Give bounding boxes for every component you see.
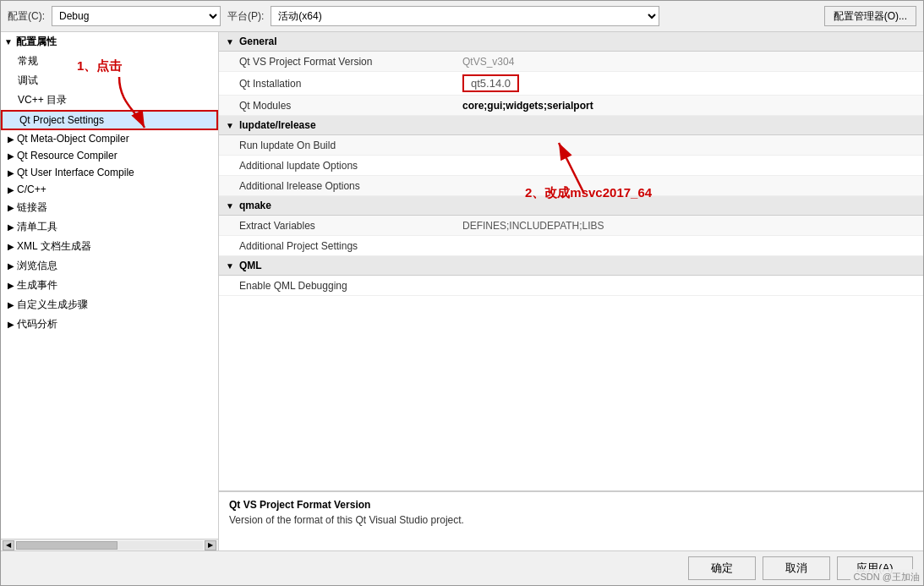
- properties-area: ▼ General Qt VS Project Format Version Q…: [219, 32, 923, 491]
- tree-group-cpp-arrow: ▶: [8, 185, 14, 194]
- section-qml-arrow: ▼: [226, 261, 234, 271]
- horizontal-scrollbar[interactable]: ◀ ▶: [1, 539, 218, 550]
- section-lupdate-arrow: ▼: [226, 121, 234, 130]
- tree-item-qt-project-settings[interactable]: Qt Project Settings: [1, 110, 218, 130]
- tree-group-custom-build-label: 自定义生成步骤: [17, 298, 88, 312]
- tree-group-xml[interactable]: ▶ XML 文档生成器: [1, 237, 218, 256]
- prop-value-qt-modules: core;gui;widgets;serialport: [456, 100, 923, 112]
- tree-group-code-analysis-label: 代码分析: [17, 317, 57, 331]
- main-content: ▼ 配置属性 常规 调试 VC++ 目录 Qt Project Settings…: [1, 32, 923, 550]
- tree-group-browser-arrow: ▶: [8, 261, 14, 271]
- prop-name-extract-vars: Extract Variables: [219, 220, 456, 232]
- tree-group-qt-ui[interactable]: ▶ Qt User Interface Compile: [1, 164, 218, 181]
- prop-row-additional-lupdate: Additional lupdate Options: [219, 156, 923, 176]
- prop-name-additional-lrelease: Additional lrelease Options: [219, 180, 456, 192]
- tree-group-qt-meta-arrow: ▶: [8, 134, 14, 144]
- prop-row-additional-lrelease: Additional lrelease Options: [219, 176, 923, 196]
- tree-group-cpp-label: C/C++: [17, 183, 46, 195]
- tree-group-linker-arrow: ▶: [8, 203, 14, 212]
- button-bar: 确定 取消 应用(A): [1, 550, 923, 585]
- tree-group-custom-build-arrow: ▶: [8, 300, 14, 309]
- tree-group-linker[interactable]: ▶ 链接器: [1, 198, 218, 217]
- tree-group-qt-meta[interactable]: ▶ Qt Meta-Object Compiler: [1, 130, 218, 147]
- description-text: Version of the format of this Qt Visual …: [229, 514, 913, 526]
- tree-group-build-events-label: 生成事件: [17, 278, 57, 293]
- empty-space: [219, 296, 923, 465]
- tree-group-build-events[interactable]: ▶ 生成事件: [1, 276, 218, 295]
- tree-group-browser-label: 浏览信息: [17, 259, 57, 273]
- tree-root[interactable]: ▼ 配置属性: [1, 32, 218, 52]
- prop-value-extract-vars: DEFINES;INCLUDEPATH;LIBS: [456, 220, 923, 232]
- tree-group-xml-arrow: ▶: [8, 242, 14, 251]
- scroll-track[interactable]: [16, 541, 203, 550]
- prop-value-format-version: QtVS_v304: [456, 56, 923, 68]
- section-qml[interactable]: ▼ QML: [219, 256, 923, 276]
- scroll-left-btn[interactable]: ◀: [3, 540, 14, 550]
- tree-group-code-analysis-arrow: ▶: [8, 320, 14, 329]
- prop-row-qt-modules: Qt Modules core;gui;widgets;serialport: [219, 96, 923, 116]
- section-general-label: General: [239, 36, 277, 47]
- scroll-thumb[interactable]: [16, 541, 118, 550]
- prop-row-format-version: Qt VS Project Format Version QtVS_v304: [219, 52, 923, 72]
- prop-name-run-lupdate: Run lupdate On Build: [219, 140, 456, 151]
- tree-group-manifest-arrow: ▶: [8, 222, 14, 232]
- config-label: 配置(C):: [8, 9, 45, 24]
- section-qmake-label: qmake: [239, 200, 271, 211]
- tree-group-build-events-arrow: ▶: [8, 281, 14, 290]
- tree-item-debug[interactable]: 调试: [1, 71, 218, 90]
- prop-name-additional-lupdate: Additional lupdate Options: [219, 160, 456, 172]
- section-qmake-arrow: ▼: [226, 201, 234, 211]
- tree-item-general[interactable]: 常规: [1, 52, 218, 71]
- prop-row-extract-vars: Extract Variables DEFINES;INCLUDEPATH;LI…: [219, 216, 923, 236]
- prop-row-qml-debug: Enable QML Debugging: [219, 276, 923, 296]
- cancel-button[interactable]: 取消: [763, 556, 830, 580]
- tree-group-browser[interactable]: ▶ 浏览信息: [1, 256, 218, 276]
- tree-group-manifest[interactable]: ▶ 清单工具: [1, 217, 218, 237]
- tree-group-qt-meta-label: Qt Meta-Object Compiler: [17, 133, 129, 145]
- prop-name-qml-debug: Enable QML Debugging: [219, 280, 456, 292]
- scroll-right-btn[interactable]: ▶: [205, 540, 216, 550]
- tree-group-qt-resource[interactable]: ▶ Qt Resource Compiler: [1, 147, 218, 164]
- section-general-arrow: ▼: [226, 37, 234, 47]
- tree-group-qt-resource-label: Qt Resource Compiler: [17, 150, 118, 162]
- section-qml-label: QML: [239, 260, 262, 271]
- toolbar: 配置(C): Debug 平台(P): 活动(x64) 配置管理器(O)...: [1, 1, 923, 32]
- tree-group-qt-ui-label: Qt User Interface Compile: [17, 167, 134, 178]
- tree-group-qt-ui-arrow: ▶: [8, 168, 14, 178]
- section-general[interactable]: ▼ General: [219, 32, 923, 52]
- tree-group-code-analysis[interactable]: ▶ 代码分析: [1, 315, 218, 334]
- platform-select[interactable]: 活动(x64): [271, 6, 659, 26]
- tree-group-manifest-label: 清单工具: [17, 220, 57, 234]
- prop-name-format-version: Qt VS Project Format Version: [219, 56, 456, 68]
- config-manager-button[interactable]: 配置管理器(O)...: [824, 6, 916, 26]
- tree-item-vcpp[interactable]: VC++ 目录: [1, 90, 218, 110]
- config-select[interactable]: Debug: [52, 6, 221, 26]
- section-lupdate[interactable]: ▼ lupdate/lrelease: [219, 116, 923, 135]
- tree-group-custom-build[interactable]: ▶ 自定义生成步骤: [1, 295, 218, 315]
- prop-name-additional-project: Additional Project Settings: [219, 240, 456, 252]
- tree-group-cpp[interactable]: ▶ C/C++: [1, 181, 218, 198]
- platform-label: 平台(P):: [227, 9, 264, 24]
- section-qmake[interactable]: ▼ qmake: [219, 196, 923, 216]
- prop-name-qt-modules: Qt Modules: [219, 100, 456, 112]
- description-title: Qt VS Project Format Version: [229, 499, 913, 511]
- right-panel: ▼ General Qt VS Project Format Version Q…: [219, 32, 923, 550]
- tree-group-linker-label: 链接器: [17, 200, 47, 215]
- tree-root-label: 配置属性: [16, 35, 57, 49]
- prop-value-qt-installation[interactable]: qt5.14.0: [456, 74, 923, 92]
- tree-group-qt-resource-arrow: ▶: [8, 151, 14, 161]
- section-lupdate-label: lupdate/lrelease: [239, 119, 316, 131]
- description-panel: Qt VS Project Format Version Version of …: [219, 491, 923, 550]
- prop-name-qt-installation: Qt Installation: [219, 78, 456, 90]
- left-panel: ▼ 配置属性 常规 调试 VC++ 目录 Qt Project Settings…: [1, 32, 218, 539]
- prop-row-run-lupdate: Run lupdate On Build: [219, 135, 923, 156]
- ok-button[interactable]: 确定: [688, 556, 756, 580]
- watermark: CSDN @王加油: [850, 569, 923, 585]
- prop-row-qt-installation: Qt Installation qt5.14.0: [219, 72, 923, 96]
- prop-row-additional-project: Additional Project Settings: [219, 236, 923, 256]
- tree-group-xml-label: XML 文档生成器: [17, 239, 91, 254]
- tree-root-arrow: ▼: [4, 37, 13, 47]
